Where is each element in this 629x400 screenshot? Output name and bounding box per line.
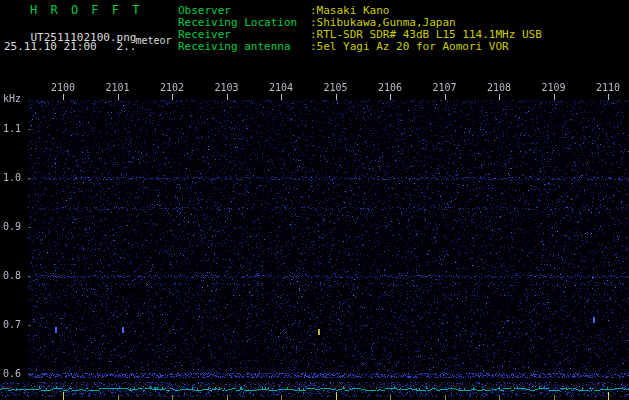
- info-row-antenna: Receiving antenna:5el Yagi Az 20 for Aom…: [178, 41, 542, 53]
- freq-tick-label: 1.1: [3, 123, 21, 134]
- time-tick-label: 2104: [267, 82, 295, 93]
- time-tick-label: 2106: [376, 82, 404, 93]
- observation-datetime: 25.11.10 21:00 2..: [4, 40, 136, 53]
- time-tick-label: 2103: [213, 82, 241, 93]
- freq-tick-label: 0.6: [3, 368, 21, 379]
- freq-tick-label: 1.0: [3, 172, 21, 183]
- time-tick-label: 2105: [322, 82, 350, 93]
- info-label: Receiving antenna: [178, 41, 310, 53]
- time-tick-label: 2108: [485, 82, 513, 93]
- frequency-unit-label: kHz: [3, 93, 21, 104]
- time-tick-label: 2107: [431, 82, 459, 93]
- signal-level-canvas: [0, 380, 629, 400]
- time-tick-label: 2109: [540, 82, 568, 93]
- freq-tick-label: 0.7: [3, 319, 21, 330]
- freq-tick-label: 0.9: [3, 221, 21, 232]
- time-tick-label: 2102: [158, 82, 186, 93]
- info-value: :5el Yagi Az 20 for Aomori VOR: [310, 40, 509, 53]
- hrofft-screen: H R O F F T UT2511102100.pngmeteor 25.11…: [0, 0, 629, 400]
- freq-tick-label: 0.8: [3, 270, 21, 281]
- time-tick-label: 2110: [594, 82, 622, 93]
- mode-label: meteor: [135, 35, 171, 46]
- time-tick-label: 2101: [104, 82, 132, 93]
- observation-info-table: Observer:Masaki Kano Receiving Location:…: [178, 5, 542, 53]
- time-tick-label: 2100: [49, 82, 77, 93]
- spectrogram-canvas: [28, 100, 629, 378]
- app-title: H R O F F T: [30, 3, 142, 17]
